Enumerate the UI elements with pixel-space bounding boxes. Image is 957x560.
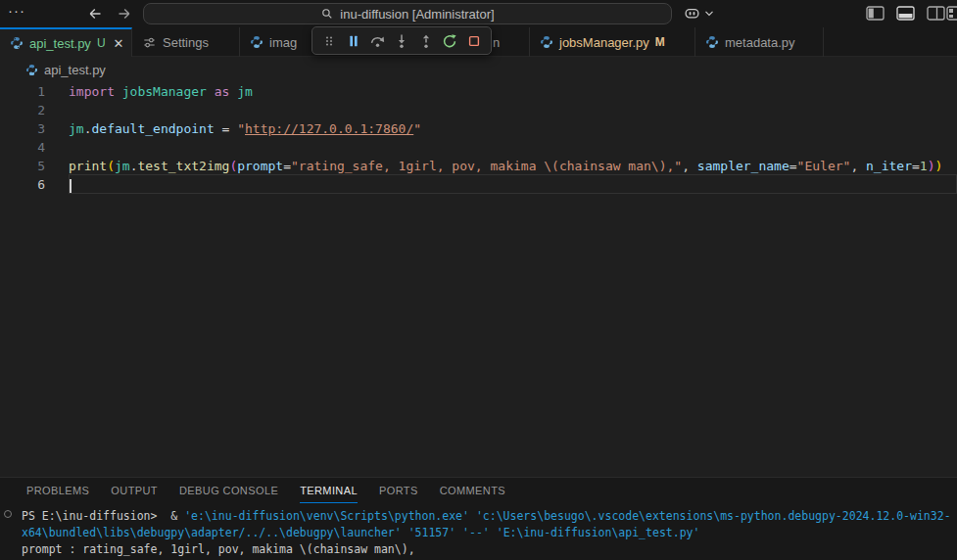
code-line-content[interactable]: import jobsManager as jm [69, 82, 957, 101]
panel-tab-bar: PROBLEMS OUTPUT DEBUG CONSOLE TERMINAL P… [0, 478, 957, 503]
code-editor[interactable]: 1import jobsManager as jm23jm.default_en… [0, 82, 957, 477]
drag-handle[interactable] [319, 31, 339, 51]
code-line: 3jm.default_endpoint = "http://127.0.0.1… [0, 119, 957, 138]
step-out-button[interactable] [416, 31, 436, 51]
back-button[interactable] [84, 5, 106, 23]
tab-metadata-py[interactable]: metadata.py [695, 27, 824, 57]
code-line: 1import jobsManager as jm [0, 82, 957, 101]
code-line-content[interactable] [69, 138, 957, 157]
tab-settings[interactable]: Settings [132, 27, 240, 57]
step-out-icon [418, 33, 434, 49]
restart-icon [442, 33, 457, 49]
command-decoration-icon[interactable] [4, 510, 12, 518]
restart-button[interactable] [440, 31, 459, 51]
tab-label: jobsManager.py [559, 35, 649, 50]
line-number: 4 [0, 138, 45, 157]
step-over-button[interactable] [367, 31, 387, 51]
pause-button[interactable] [344, 31, 363, 51]
copilot-icon [684, 5, 700, 22]
breadcrumb[interactable]: api_test.py [0, 57, 957, 82]
step-into-button[interactable] [392, 31, 411, 51]
terminal-line: x64\bundled\libs\debugpy\adapter/../..\d… [0, 523, 957, 539]
pause-icon [346, 33, 361, 49]
customize-layout-icon[interactable] [946, 6, 957, 21]
overflow-menu-icon[interactable]: ··· [8, 2, 25, 19]
code-lines: 1import jobsManager as jm23jm.default_en… [0, 82, 957, 194]
settings-sliders-icon [142, 35, 157, 50]
command-center-search[interactable]: inu-diffusion [Administrator] [143, 3, 672, 24]
panel-tab-problems[interactable]: PROBLEMS [26, 478, 89, 503]
tab-label: imag [269, 35, 297, 50]
code-line-content[interactable]: print(jm.test_txt2img(prompt="rating_saf… [69, 157, 957, 175]
close-icon[interactable]: ✕ [114, 36, 124, 51]
step-over-icon [369, 33, 386, 49]
tab-label: metadata.py [725, 35, 795, 50]
toggle-panel-icon[interactable] [896, 6, 915, 21]
stop-button[interactable] [464, 31, 484, 51]
command-center-text: inu-diffusion [Administrator] [340, 7, 494, 22]
code-line: 5print(jm.test_txt2img(prompt="rating_sa… [0, 157, 957, 175]
search-icon [320, 7, 334, 21]
tab-label: api_test.py [29, 36, 91, 51]
line-number: 6 [0, 175, 45, 194]
python-file-icon [705, 35, 719, 49]
panel-tab-comments[interactable]: COMMENTS [440, 478, 505, 503]
toggle-secondary-sidebar-icon[interactable] [927, 6, 945, 21]
line-number: 1 [0, 82, 45, 101]
terminal-content[interactable]: PS E:\inu-diffusion> & 'e:\inu-diffusion… [0, 506, 957, 556]
breadcrumb-file: api_test.py [44, 63, 106, 77]
python-file-icon [540, 35, 553, 49]
copilot-menu[interactable] [684, 5, 714, 22]
chevron-down-icon [704, 9, 714, 18]
git-untracked-badge: U [97, 36, 106, 50]
panel-tab-output[interactable]: OUTPUT [111, 478, 158, 503]
stop-icon [466, 33, 482, 49]
tab-jobsmanager-py[interactable]: jobsManager.py M [530, 27, 695, 57]
panel-tab-debug-console[interactable]: DEBUG CONSOLE [179, 478, 278, 503]
debug-toolbar [311, 26, 492, 55]
forward-button[interactable] [114, 5, 135, 23]
tab-label-tail: n [493, 35, 500, 50]
panel-tab-terminal[interactable]: TERMINAL [300, 478, 358, 503]
tab-api-test-py[interactable]: api_test.py U ✕ [0, 27, 132, 57]
panel-tab-ports[interactable]: PORTS [379, 478, 418, 503]
python-file-icon [10, 36, 24, 50]
python-file-icon [25, 64, 38, 76]
git-modified-badge: M [655, 35, 665, 49]
arrow-left-icon [87, 6, 103, 22]
code-line-content[interactable] [69, 101, 957, 119]
code-line: 2 [0, 101, 957, 119]
code-line-content[interactable] [69, 174, 957, 194]
toggle-primary-sidebar-icon[interactable] [866, 6, 885, 21]
step-into-icon [394, 33, 409, 49]
bottom-panel: PROBLEMS OUTPUT DEBUG CONSOLE TERMINAL P… [0, 477, 957, 560]
arrow-right-icon [117, 6, 132, 22]
line-number: 2 [0, 101, 45, 119]
python-file-icon [250, 35, 263, 49]
terminal-line: prompt : rating_safe, 1girl, pov, makima… [0, 539, 957, 556]
title-bar: ··· inu-diffusion [Administrator] [0, 0, 957, 27]
line-number: 3 [0, 119, 45, 138]
line-number: 5 [0, 157, 45, 175]
code-line: 4 [0, 138, 957, 157]
tab-label: Settings [163, 35, 209, 50]
text-cursor [70, 179, 72, 193]
code-line-content[interactable]: jm.default_endpoint = "http://127.0.0.1:… [69, 119, 957, 138]
code-line: 6 [0, 175, 957, 194]
terminal-line: PS E:\inu-diffusion> & 'e:\inu-diffusion… [0, 506, 957, 523]
